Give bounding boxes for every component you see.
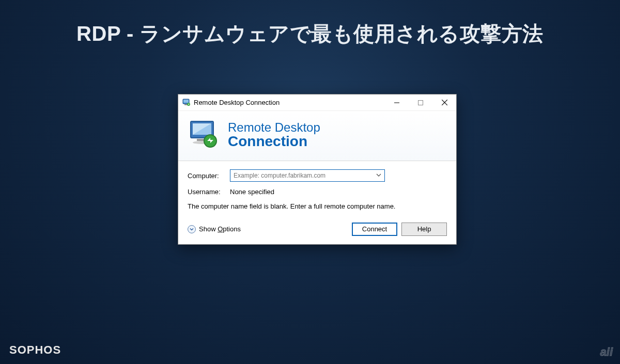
rdp-large-icon	[188, 118, 221, 151]
form-area: Computer: Example: computer.fabrikam.com…	[178, 161, 456, 215]
hint-text: The computer name field is blank. Enter …	[188, 202, 410, 211]
brand-logo: SOPHOS	[9, 343, 61, 357]
header-line2: Connection	[228, 134, 320, 149]
svg-rect-1	[183, 100, 189, 103]
computer-combobox[interactable]: Example: computer.fabrikam.com	[230, 169, 385, 182]
username-value: None specified	[230, 188, 274, 196]
rdp-dialog: Remote Desktop Connection	[178, 94, 457, 245]
dialog-footer: Show Options Connect Help	[178, 215, 456, 244]
window-controls	[385, 94, 456, 110]
maximize-button[interactable]	[409, 94, 432, 110]
computer-label: Computer:	[188, 172, 230, 180]
close-button[interactable]	[432, 94, 456, 110]
dialog-header: Remote Desktop Connection	[178, 111, 456, 161]
computer-placeholder: Example: computer.fabrikam.com	[234, 172, 326, 179]
show-options-toggle[interactable]: Show Options	[188, 225, 241, 233]
chevron-down-circle-icon	[188, 225, 196, 233]
help-button[interactable]: Help	[401, 223, 447, 236]
chevron-down-icon	[376, 172, 381, 179]
connect-button[interactable]: Connect	[352, 223, 397, 236]
username-label: Username:	[188, 188, 230, 196]
titlebar[interactable]: Remote Desktop Connection	[178, 94, 456, 111]
svg-rect-5	[419, 100, 423, 105]
window-title: Remote Desktop Connection	[194, 99, 385, 106]
header-line1: Remote Desktop	[228, 121, 320, 134]
watermark: aii	[600, 345, 613, 359]
slide-title: RDP - ランサムウェアで最も使用される攻撃方法	[0, 20, 620, 48]
minimize-button[interactable]	[385, 94, 409, 110]
show-options-label: Show Options	[199, 225, 241, 233]
rdp-app-icon	[182, 99, 191, 107]
